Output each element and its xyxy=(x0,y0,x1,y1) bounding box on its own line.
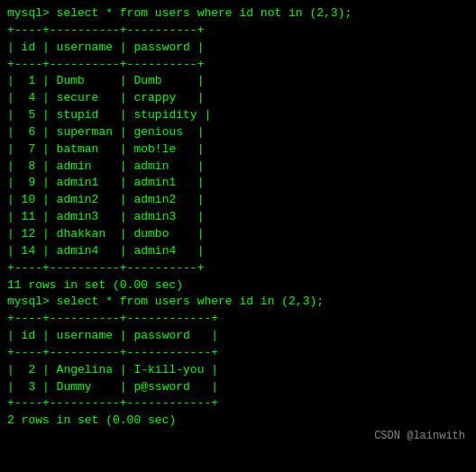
terminal-line: +----+----------+----------+ xyxy=(7,57,469,74)
terminal-line: | 14 | admin4 | admin4 | xyxy=(7,243,469,260)
terminal-line: mysql> select * from users where id not … xyxy=(7,5,469,23)
terminal-line: | 2 | Angelina | I-kill-you | xyxy=(7,362,469,379)
terminal-line: | 12 | dhakkan | dumbo | xyxy=(7,226,469,243)
terminal-line: | id | username | password | xyxy=(7,328,469,345)
terminal-line: | 10 | admin2 | admin2 | xyxy=(7,192,469,209)
terminal-line: | 11 | admin3 | admin3 | xyxy=(7,209,469,226)
terminal-line: | 4 | secure | crappy | xyxy=(7,90,469,107)
terminal-line: +----+----------+------------+ xyxy=(7,345,469,362)
terminal-line: +----+----------+------------+ xyxy=(7,395,469,413)
terminal-output: mysql> select * from users where id not … xyxy=(7,5,469,430)
terminal-line: | 9 | admin1 | admin1 | xyxy=(7,175,469,192)
terminal-line: | 3 | Dummy | p@ssword | xyxy=(7,379,469,396)
terminal-line: | id | username | password | xyxy=(7,40,469,57)
terminal-line: 2 rows in set (0.00 sec) xyxy=(7,413,469,430)
terminal-line: | 6 | superman | genious | xyxy=(7,124,469,141)
terminal-line: | 7 | batman | mob!le | xyxy=(7,141,469,159)
terminal-line: | 8 | admin | admin | xyxy=(7,159,469,176)
terminal-line: +----+----------+----------+ xyxy=(7,23,469,40)
terminal-line: mysql> select * from users where id in (… xyxy=(7,294,469,311)
terminal-line: | 1 | Dumb | Dumb | xyxy=(7,73,469,90)
watermark: CSDN @lainwith xyxy=(7,430,469,442)
terminal-line: +----+----------+----------+ xyxy=(7,260,469,277)
terminal-line: +----+----------+------------+ xyxy=(7,311,469,328)
terminal-line: | 5 | stupid | stupidity | xyxy=(7,107,469,124)
terminal-line: 11 rows in set (0.00 sec) xyxy=(7,277,469,295)
